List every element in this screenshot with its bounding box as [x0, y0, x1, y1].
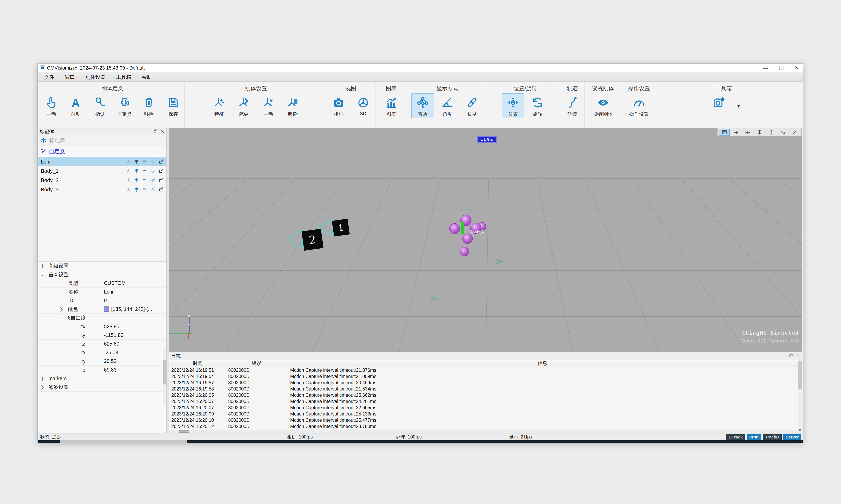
close-button[interactable]: ✕ [794, 65, 799, 71]
expanded-arrow-icon[interactable]: ⌄ [60, 315, 63, 320]
ribbon-button-图表[interactable]: 图表 [380, 93, 402, 118]
view-control-arrow-3[interactable]: ↥ [766, 129, 776, 136]
six-dof-icon[interactable]: 6 [150, 187, 156, 192]
menu-item-4[interactable]: 帮助 [136, 72, 157, 82]
view-control-arrow-0[interactable]: ⇥ [731, 129, 741, 136]
undo-icon[interactable] [142, 159, 148, 164]
expanded-arrow-icon[interactable]: ⌄ [41, 272, 44, 277]
property-row-tz[interactable]: tz625.80 [38, 340, 166, 348]
log-vertical-scrollbar[interactable]: ▼ [797, 359, 802, 433]
log-row[interactable]: 2023/12/24 16:20:058002000DMotion Captur… [169, 392, 797, 398]
viewport-3d[interactable]: Body_1 ⇥⇤↧↥↘↙ LIVE 21 ChingMU Directed B… [169, 128, 802, 352]
bulb-icon[interactable] [134, 168, 139, 174]
property-row-rz[interactable]: rz69.83 [38, 365, 166, 374]
status-badge-DTrack[interactable]: DTrack [726, 434, 745, 440]
log-row[interactable]: 2023/12/24 16:20:128002000DMotion Captur… [169, 424, 797, 430]
custom-tab[interactable]: 自定义 [38, 146, 166, 157]
ribbon-button-特征[interactable]: 特征 [208, 93, 230, 118]
status-badge-Vrpn[interactable]: Vrpn [747, 434, 761, 440]
ribbon-button-长度[interactable]: 长度 [461, 93, 483, 118]
property-value[interactable]: 20.52 [104, 358, 117, 364]
axes-icon[interactable] [125, 168, 131, 174]
view-control-table[interactable] [719, 129, 730, 136]
ribbon-button-位置[interactable]: 位置 [502, 93, 525, 118]
undo-icon[interactable] [142, 177, 148, 183]
ribbon-button-手动[interactable]: 手动 [257, 93, 280, 118]
log-column-0[interactable]: 时间 [169, 359, 226, 367]
close-panel-icon[interactable] [795, 353, 801, 359]
property-row-基本设置[interactable]: ⌄基本设置 [38, 270, 166, 279]
axes-icon[interactable] [125, 177, 131, 183]
ribbon-button-工具箱[interactable] [707, 93, 730, 111]
maximize-button[interactable]: ❐ [779, 65, 784, 71]
bulb-icon[interactable] [134, 177, 139, 183]
log-row[interactable]: 2023/12/24 16:20:078002000DMotion Captur… [169, 404, 797, 411]
bulb-icon[interactable] [134, 187, 139, 192]
ribbon-button-手动[interactable]: 手动 [40, 93, 63, 118]
property-value[interactable]: 625.80 [104, 341, 119, 347]
property-value[interactable]: Lchi [104, 289, 113, 295]
axes-icon[interactable] [125, 187, 131, 192]
ribbon-button-自定义[interactable]: 自定义 [114, 93, 136, 118]
ribbon-button-操作设置[interactable]: 操作设置 [628, 93, 650, 118]
undo-icon[interactable] [142, 187, 148, 192]
ribbon-button-指认[interactable]: 指认 [89, 93, 111, 118]
property-value[interactable]: 528.95 [104, 324, 119, 329]
ribbon-button-笔尖[interactable]: 笔尖 [233, 93, 255, 118]
six-dof-icon[interactable]: 6 [150, 177, 156, 183]
log-row[interactable]: 2023/12/24 16:20:098002000DMotion Captur… [169, 411, 797, 417]
log-row[interactable]: 2023/12/24 16:19:548002000DMotion Captur… [169, 373, 797, 380]
property-row-6自由度[interactable]: ⌄6自由度 [38, 313, 166, 322]
ribbon-button-移除[interactable]: 移除 [138, 93, 160, 118]
export-icon[interactable] [159, 168, 164, 174]
view-control-arrow-4[interactable]: ↘ [778, 129, 788, 136]
standard-library-tab[interactable]: 标准库 [38, 135, 166, 146]
property-value[interactable]: CUSTOM [104, 280, 126, 286]
export-icon[interactable] [159, 159, 164, 164]
property-value[interactable]: -25.03 [104, 349, 118, 356]
color-swatch[interactable] [104, 306, 109, 312]
status-badge-Server[interactable]: Server [783, 434, 801, 440]
undo-icon[interactable] [142, 168, 148, 174]
float-panel-icon[interactable] [153, 129, 158, 134]
view-control-arrow-5[interactable]: ↙ [789, 129, 800, 136]
close-panel-icon[interactable] [160, 129, 165, 134]
export-icon[interactable] [159, 187, 164, 192]
properties-scrollbar[interactable] [162, 348, 166, 404]
axes-icon[interactable] [125, 159, 131, 164]
property-row-类型[interactable]: 类型CUSTOM [38, 279, 166, 287]
property-row-markers[interactable]: ❯markers [38, 374, 166, 383]
property-row-名称[interactable]: 名称Lchi [38, 287, 166, 296]
property-row-tx[interactable]: tx528.95 [38, 322, 166, 331]
ribbon-button-相机[interactable]: 相机 [327, 93, 350, 118]
log-column-2[interactable]: 信息 [287, 359, 797, 367]
log-row[interactable]: 2023/12/24 16:19:578002000DMotion Captur… [169, 380, 797, 386]
collapsed-arrow-icon[interactable]: ❯ [41, 376, 44, 381]
property-row-滤波设置[interactable]: ❯滤波设置 [38, 383, 166, 392]
ribbon-button-凝视刚体[interactable]: 凝视刚体 [592, 93, 614, 118]
ribbon-button-角度[interactable]: 角度 [436, 93, 459, 118]
menu-item-0[interactable]: 文件 [39, 72, 59, 82]
float-panel-icon[interactable] [789, 353, 794, 359]
property-row-rx[interactable]: rx-25.03 [38, 348, 166, 357]
ribbon-button-普通[interactable]: 普通 [411, 93, 434, 118]
property-value[interactable]: 69.83 [104, 367, 117, 373]
body-row-Lchi[interactable]: Lchi6 [38, 157, 166, 166]
view-control-arrow-2[interactable]: ↧ [754, 129, 765, 136]
property-value[interactable]: [135, 144, 242] (... [104, 306, 152, 312]
log-horizontal-scrollbar[interactable] [169, 430, 797, 433]
property-row-颜色[interactable]: ❯颜色[135, 144, 242] (... [38, 305, 166, 313]
bulb-icon[interactable] [134, 159, 139, 164]
property-value[interactable]: -1151.83 [104, 332, 123, 338]
ribbon-button-旋转[interactable]: 旋转 [527, 93, 549, 118]
ribbon-button-自动[interactable]: A自动 [65, 93, 87, 118]
ribbon-button-轨迹[interactable]: 轨迹 [561, 93, 584, 118]
minimize-button[interactable]: — [763, 65, 768, 71]
property-row-ry[interactable]: ry20.52 [38, 357, 166, 365]
body-row-Body_3[interactable]: Body_36 [38, 185, 166, 194]
menu-item-3[interactable]: 工具箱 [111, 72, 136, 82]
log-row[interactable]: 2023/12/24 16:19:518002000DMotion Captur… [169, 367, 797, 373]
six-dof-icon[interactable]: 6 [150, 159, 156, 164]
log-row[interactable]: 2023/12/24 16:20:108002000DMotion Captur… [169, 417, 797, 424]
property-row-ty[interactable]: ty-1151.83 [38, 331, 166, 340]
